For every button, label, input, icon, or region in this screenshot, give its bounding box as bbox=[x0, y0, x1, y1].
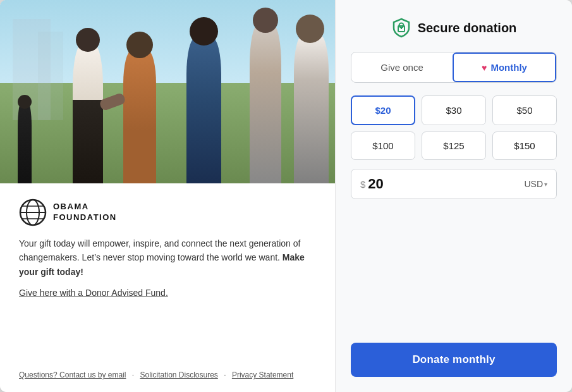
amount-btn-150[interactable]: $150 bbox=[492, 132, 557, 160]
shield-icon bbox=[391, 18, 411, 38]
chevron-down-icon: ▾ bbox=[544, 181, 547, 188]
dot-2: · bbox=[224, 371, 226, 379]
donate-monthly-button[interactable]: Donate monthly bbox=[351, 343, 557, 377]
footer-links: Questions? Contact us by email · Solicit… bbox=[19, 364, 316, 379]
disclosures-link[interactable]: Solicitation Disclosures bbox=[140, 371, 217, 379]
tab-monthly[interactable]: ♥ Monthly bbox=[453, 52, 556, 82]
obama-foundation-logo bbox=[19, 199, 47, 226]
amount-input[interactable] bbox=[368, 176, 524, 192]
contact-link[interactable]: Questions? Contact us by email bbox=[19, 371, 126, 379]
currency-label: USD bbox=[524, 179, 543, 189]
right-panel: Secure donation Give once ♥ Monthly $20 … bbox=[335, 0, 572, 392]
privacy-link[interactable]: Privacy Statement bbox=[232, 371, 293, 379]
amount-btn-20[interactable]: $20 bbox=[351, 95, 415, 125]
secure-title: Secure donation bbox=[418, 21, 517, 35]
amount-btn-125[interactable]: $125 bbox=[422, 132, 486, 160]
amount-btn-30[interactable]: $30 bbox=[422, 95, 486, 125]
dot-1: · bbox=[132, 371, 134, 379]
description: Your gift today will empower, inspire, a… bbox=[19, 236, 316, 279]
donor-link[interactable]: Give here with a Donor Advised Fund. bbox=[19, 288, 316, 298]
content-area: OBAMA FOUNDATION Your gift today will em… bbox=[0, 183, 335, 392]
amount-btn-50[interactable]: $50 bbox=[492, 95, 557, 125]
left-panel: OBAMA FOUNDATION Your gift today will em… bbox=[0, 0, 335, 392]
amount-grid: $20 $30 $50 $100 $125 $150 bbox=[351, 95, 557, 160]
hero-image bbox=[0, 0, 335, 183]
logo-text: OBAMA FOUNDATION bbox=[53, 202, 117, 223]
tab-give-once[interactable]: Give once bbox=[351, 52, 453, 82]
tab-row: Give once ♥ Monthly bbox=[351, 52, 557, 83]
amount-input-row: $ USD ▾ bbox=[351, 169, 557, 199]
secure-header: Secure donation bbox=[351, 18, 557, 38]
logo-area: OBAMA FOUNDATION bbox=[19, 199, 316, 226]
dollar-sign: $ bbox=[360, 179, 365, 190]
amount-btn-100[interactable]: $100 bbox=[351, 132, 415, 160]
currency-selector[interactable]: USD ▾ bbox=[524, 179, 547, 189]
main-container: OBAMA FOUNDATION Your gift today will em… bbox=[0, 0, 572, 392]
heart-icon: ♥ bbox=[482, 63, 487, 73]
tab-monthly-label: Monthly bbox=[490, 62, 527, 73]
